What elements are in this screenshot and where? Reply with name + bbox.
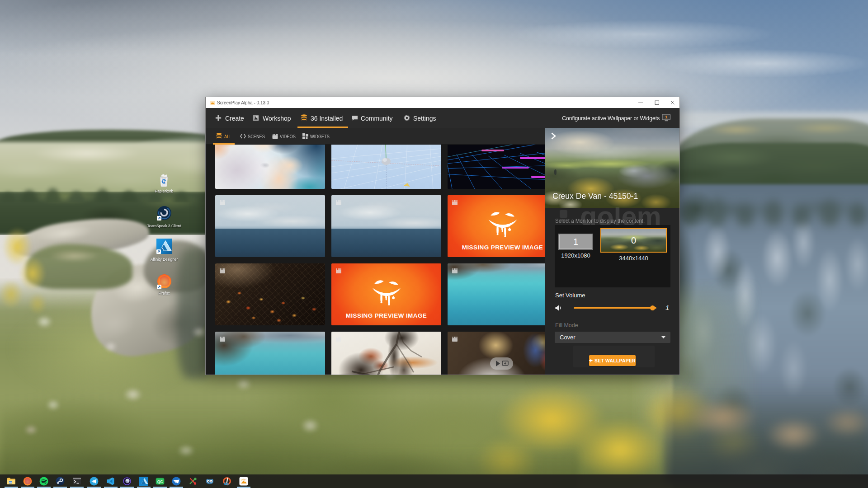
svg-text:play: play: [241, 478, 246, 481]
svg-text:1: 1: [665, 114, 668, 119]
svg-text:QC: QC: [157, 479, 163, 484]
